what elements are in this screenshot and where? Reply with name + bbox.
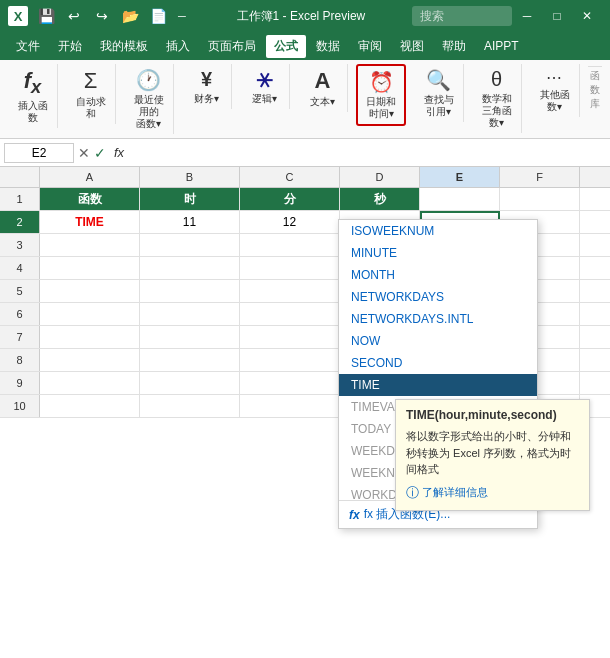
new-button[interactable]: 📄 [146,4,170,28]
cell-c3[interactable] [240,234,340,256]
math-button[interactable]: θ 数学和三角函数▾ [475,66,519,131]
search-input[interactable] [412,6,512,26]
insert-function-icon: fx [24,68,42,98]
formula-input[interactable] [132,144,606,162]
col-header-f[interactable]: F [500,167,580,187]
menu-help[interactable]: 帮助 [434,35,474,58]
window-title: 工作簿1 - Excel Preview [190,8,412,25]
recent-icon: 🕐 [136,68,161,92]
cell-c2[interactable]: 12 [240,211,340,233]
ribbon: fx 插入函数 Σ 自动求和 🕐 最近使用的函数▾ ¥ 财务▾ ⚹ 逻辑▾ A … [0,60,610,139]
ribbon-group-autosum: Σ 自动求和 [66,64,116,124]
col-header-a[interactable]: A [40,167,140,187]
text-label: 文本▾ [310,96,335,108]
text-button[interactable]: A 文本▾ [301,66,345,110]
menu-review[interactable]: 审阅 [350,35,390,58]
cell-a2[interactable]: TIME [40,211,140,233]
function-tooltip: TIME(hour,minute,second) 将以数字形式给出的小时、分钟和… [395,399,590,511]
menu-data[interactable]: 数据 [308,35,348,58]
cell-c1[interactable]: 分 [240,188,340,210]
cell-a1[interactable]: 函数 [40,188,140,210]
lookup-label: 查找与引用▾ [421,94,457,118]
menu-aippt[interactable]: AIPPT [476,36,527,56]
cell-b2[interactable]: 11 [140,211,240,233]
recent-functions-button[interactable]: 🕐 最近使用的函数▾ [127,66,171,132]
more-functions-button[interactable]: ⋯ 其他函数▾ [533,66,577,115]
dropdown-item-month[interactable]: MONTH [339,264,537,286]
more-icon: ⋯ [546,68,564,87]
cell-d1[interactable]: 秒 [340,188,420,210]
ribbon-group-datetime: ⏰ 日期和时间▾ [356,64,406,126]
more-label: 其他函数▾ [537,89,573,113]
menu-start[interactable]: 开始 [50,35,90,58]
menu-layout[interactable]: 页面布局 [200,35,264,58]
datetime-button[interactable]: ⏰ 日期和时间▾ [359,68,403,122]
cell-reference-input[interactable] [4,143,74,163]
table-row: 1 函数 时 分 秒 [0,188,610,211]
column-headers: A B C D E F [0,167,610,188]
cell-b1[interactable]: 时 [140,188,240,210]
menu-formula[interactable]: 公式 [266,35,306,58]
formula-cancel-icon[interactable]: ✕ [78,145,90,161]
finance-icon: ¥ [201,68,212,91]
ribbon-group-label: 函数库 [588,66,602,111]
maximize-button[interactable]: □ [542,0,572,32]
cell-b3[interactable] [140,234,240,256]
tooltip-learn-more-link[interactable]: ⓘ 了解详细信息 [406,484,579,502]
open-button[interactable]: 📂 [118,4,142,28]
insert-function-label: 插入函数 [15,100,51,124]
close-button[interactable]: ✕ [572,0,602,32]
menu-file[interactable]: 文件 [8,35,48,58]
datetime-label: 日期和时间▾ [363,96,399,120]
finance-button[interactable]: ¥ 财务▾ [185,66,229,107]
autosum-icon: Σ [84,68,98,94]
math-icon: θ [491,68,502,91]
dropdown-item-networkdays-intl[interactable]: NETWORKDAYS.INTL [339,308,537,330]
toolbar-tools: 💾 ↩ ↪ 📂 📄 ─ [34,4,190,28]
insert-function-button[interactable]: fx 插入函数 [11,66,55,126]
menu-bar: 文件 开始 我的模板 插入 页面布局 公式 数据 审阅 视图 帮助 AIPPT [0,32,610,60]
row-header-1[interactable]: 1 [0,188,40,210]
insert-fn-icon: fx [349,508,360,522]
undo-button[interactable]: ↩ [62,4,86,28]
save-button[interactable]: 💾 [34,4,58,28]
cell-a3[interactable] [40,234,140,256]
finance-label: 财务▾ [194,93,219,105]
col-header-d[interactable]: D [340,167,420,187]
col-header-e[interactable]: E [420,167,500,187]
dropdown-item-second[interactable]: SECOND [339,352,537,374]
col-header-c[interactable]: C [240,167,340,187]
col-header-b[interactable]: B [140,167,240,187]
ribbon-group-insert-fn: fx 插入函数 [8,64,58,128]
logic-button[interactable]: ⚹ 逻辑▾ [243,66,287,107]
ribbon-group-text: A 文本▾ [298,64,348,112]
cell-f1[interactable] [500,188,580,210]
fx-label: fx [114,145,124,160]
autosum-button[interactable]: Σ 自动求和 [69,66,113,122]
minimize-button[interactable]: ─ [512,0,542,32]
dropdown-item-time[interactable]: TIME [339,374,537,396]
dropdown-item-isoweeknum[interactable]: ISOWEEKNUM [339,220,537,242]
learn-more-label: 了解详细信息 [422,485,488,500]
recent-label: 最近使用的函数▾ [131,94,167,130]
redo-button[interactable]: ↪ [90,4,114,28]
dropdown-item-now[interactable]: NOW [339,330,537,352]
formula-confirm-icon[interactable]: ✓ [94,145,106,161]
menu-view[interactable]: 视图 [392,35,432,58]
ribbon-group-math: θ 数学和三角函数▾ [472,64,522,133]
dropdown-item-minute[interactable]: MINUTE [339,242,537,264]
spreadsheet: A B C D E F 1 函数 时 分 秒 2 TIME 11 12 3 4 … [0,167,610,418]
window-controls: ─ □ ✕ [512,0,602,32]
ribbon-group-lookup: 🔍 查找与引用▾ [414,64,464,122]
cell-e1[interactable] [420,188,500,210]
dropdown-item-networkdays[interactable]: NETWORKDAYS [339,286,537,308]
menu-templates[interactable]: 我的模板 [92,35,156,58]
autosum-label: 自动求和 [73,96,109,120]
menu-insert[interactable]: 插入 [158,35,198,58]
row-header-2[interactable]: 2 [0,211,40,233]
header-spacer [0,167,40,187]
help-circle-icon: ⓘ [406,484,419,502]
ribbon-group-logic: ⚹ 逻辑▾ [240,64,290,109]
lookup-button[interactable]: 🔍 查找与引用▾ [417,66,461,120]
ribbon-group-recent: 🕐 最近使用的函数▾ [124,64,174,134]
